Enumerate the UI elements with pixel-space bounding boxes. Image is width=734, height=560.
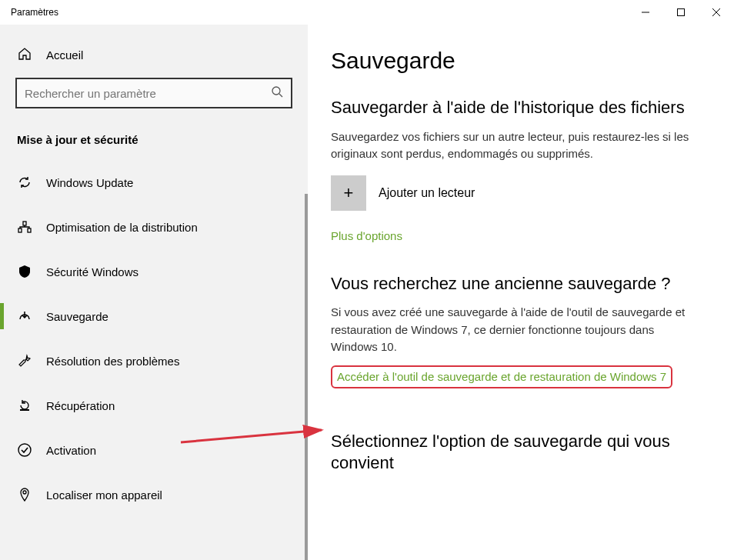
wrench-icon	[17, 353, 32, 368]
sidebar: Accueil Mise à jour et sécurité Windows …	[0, 25, 308, 560]
add-drive-button[interactable]: + Ajouter un lecteur	[331, 175, 726, 211]
svg-point-4	[272, 87, 280, 95]
sidebar-item-label: Activation	[46, 444, 96, 457]
old-backup-heading: Vous recherchez une ancienne sauvegarde …	[331, 273, 726, 295]
svg-rect-8	[23, 222, 26, 225]
close-button[interactable]	[699, 0, 734, 25]
minimize-button[interactable]	[628, 0, 663, 25]
svg-rect-7	[28, 228, 31, 232]
old-backup-desc: Si vous avez créé une sauvegarde à l'aid…	[331, 304, 700, 356]
svg-rect-6	[18, 228, 22, 232]
svg-rect-1	[678, 9, 685, 16]
sidebar-item-delivery-optimization[interactable]: Optimisation de la distribution	[0, 205, 308, 249]
content-scrollbar[interactable]	[728, 25, 734, 560]
sidebar-section-label: Mise à jour et sécurité	[0, 124, 308, 160]
home-icon	[17, 46, 46, 64]
sidebar-item-label: Récupération	[46, 399, 115, 412]
sidebar-item-label: Windows Update	[46, 176, 133, 189]
sidebar-item-label: Optimisation de la distribution	[46, 221, 198, 234]
sidebar-home-label: Accueil	[46, 48, 83, 62]
network-icon	[17, 219, 32, 235]
svg-rect-9	[20, 409, 29, 411]
maximize-button[interactable]	[663, 0, 699, 25]
sidebar-item-backup[interactable]: Sauvegarde	[0, 294, 308, 338]
svg-line-5	[279, 94, 282, 97]
plus-icon: +	[331, 175, 366, 211]
select-option-heading: Sélectionnez l'option de sauvegarde qui …	[331, 431, 708, 475]
file-history-heading: Sauvegarder à l'aide de l'historique des…	[331, 97, 726, 119]
sidebar-item-label: Sauvegarde	[46, 310, 108, 323]
location-icon	[17, 487, 32, 502]
page-title: Sauvegarde	[331, 48, 726, 74]
titlebar: Paramètres	[0, 0, 734, 25]
sidebar-item-activation[interactable]: Activation	[0, 428, 308, 472]
search-input[interactable]	[15, 78, 292, 108]
sidebar-item-recovery[interactable]: Récupération	[0, 383, 308, 428]
recovery-icon	[17, 398, 32, 413]
content: Sauvegarde Sauvegarder à l'aide de l'his…	[308, 25, 734, 560]
search-icon	[271, 85, 283, 101]
add-drive-label: Ajouter un lecteur	[379, 186, 475, 200]
backup-icon	[17, 308, 32, 324]
sidebar-item-windows-update[interactable]: Windows Update	[0, 160, 308, 205]
more-options-link[interactable]: Plus d'options	[331, 229, 726, 242]
sidebar-item-label: Sécurité Windows	[46, 265, 138, 278]
file-history-desc: Sauvegardez vos fichiers sur un autre le…	[331, 128, 700, 163]
check-circle-icon	[17, 442, 32, 458]
svg-point-11	[23, 491, 26, 494]
window-title: Paramètres	[11, 7, 58, 18]
windows7-backup-link[interactable]: Accéder à l'outil de sauvegarde et de re…	[337, 370, 666, 383]
sidebar-item-label: Résolution des problèmes	[46, 355, 179, 368]
sidebar-item-find-device[interactable]: Localiser mon appareil	[0, 472, 308, 517]
sidebar-home[interactable]: Accueil	[0, 38, 308, 78]
annotation-highlight-box: Accéder à l'outil de sauvegarde et de re…	[331, 365, 672, 388]
sync-icon	[17, 175, 32, 190]
sidebar-item-label: Localiser mon appareil	[46, 488, 162, 502]
svg-point-10	[18, 444, 31, 456]
sidebar-item-security[interactable]: Sécurité Windows	[0, 249, 308, 294]
sidebar-item-troubleshoot[interactable]: Résolution des problèmes	[0, 338, 308, 383]
search-field[interactable]	[25, 87, 271, 100]
shield-icon	[17, 264, 32, 279]
